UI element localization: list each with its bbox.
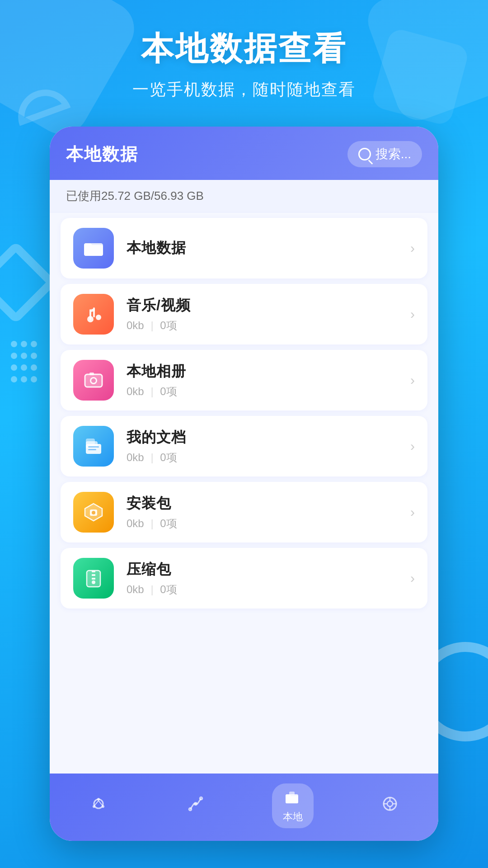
svg-rect-34	[289, 792, 295, 795]
page-title: 本地数据查看	[0, 27, 488, 71]
list-item-photo[interactable]: 本地相册 0kb | 0项 ›	[61, 350, 427, 410]
photo-icon	[73, 360, 114, 401]
folder-icon	[73, 228, 114, 269]
nav-item-tools[interactable]	[169, 795, 223, 817]
svg-rect-5	[89, 309, 91, 320]
list-item-apk[interactable]: 安装包 0kb | 0项 ›	[61, 482, 427, 542]
music-size: 0kb	[127, 319, 144, 331]
nav-item-cloud[interactable]	[363, 795, 417, 817]
item-info-local: 本地数据	[127, 238, 398, 258]
item-name-music: 音乐/视频	[127, 296, 398, 316]
svg-rect-22	[92, 578, 95, 580]
svg-rect-21	[92, 574, 95, 576]
tools-icon	[187, 795, 205, 817]
item-meta-photo: 0kb | 0项	[127, 384, 398, 399]
chevron-docs: ›	[410, 439, 415, 454]
search-button[interactable]: 搜索...	[347, 141, 422, 167]
svg-point-25	[97, 798, 100, 801]
svg-rect-15	[88, 449, 96, 450]
list-item-local[interactable]: 本地数据 ›	[61, 218, 427, 278]
item-info-apk: 安装包 0kb | 0项	[127, 494, 398, 531]
local-icon	[283, 788, 303, 810]
item-info-docs: 我的文档 0kb | 0项	[127, 428, 398, 465]
svg-point-9	[91, 378, 96, 383]
share-icon	[89, 795, 108, 817]
list-container: 本地数据 › 音乐/视频 0kb | 0项	[50, 212, 438, 774]
docs-count: 0项	[160, 451, 177, 463]
header-area: 本地数据查看 一览手机数据，随时随地查看	[0, 27, 488, 101]
list-item-music[interactable]: 音乐/视频 0kb | 0项 ›	[61, 284, 427, 344]
nav-item-share[interactable]	[71, 795, 126, 817]
svg-point-17	[92, 511, 95, 514]
svg-point-3	[96, 315, 101, 320]
nav-item-local[interactable]: 本地	[266, 783, 320, 828]
item-name-local: 本地数据	[127, 238, 398, 258]
item-name-apk: 安装包	[127, 494, 398, 514]
apk-count: 0项	[160, 517, 177, 529]
item-meta-docs: 0kb | 0项	[127, 450, 398, 465]
svg-rect-20	[92, 571, 95, 572]
svg-rect-14	[88, 446, 99, 448]
docs-icon	[73, 426, 114, 467]
chevron-music: ›	[410, 307, 415, 322]
chevron-apk: ›	[410, 505, 415, 520]
svg-rect-10	[89, 373, 94, 375]
apk-icon	[73, 492, 114, 533]
nav-label-local: 本地	[283, 811, 303, 822]
music-count: 0项	[160, 319, 177, 331]
photo-count: 0项	[160, 385, 177, 397]
list-item-zip[interactable]: 压缩包 0kb | 0项 ›	[61, 548, 427, 609]
chevron-zip: ›	[410, 571, 415, 586]
search-icon	[358, 148, 371, 160]
deco-dots-left	[9, 339, 39, 386]
item-name-zip: 压缩包	[127, 560, 398, 580]
chevron-photo: ›	[410, 373, 415, 388]
search-label: 搜索...	[375, 146, 411, 163]
item-meta-zip: 0kb | 0项	[127, 582, 398, 597]
svg-point-36	[387, 801, 393, 807]
item-meta-apk: 0kb | 0项	[127, 516, 398, 531]
svg-point-23	[92, 580, 95, 584]
apk-size: 0kb	[127, 517, 144, 529]
cloud-icon	[381, 795, 399, 817]
storage-label: 已使用25.72 GB/56.93 GB	[66, 189, 204, 203]
app-title: 本地数据	[66, 143, 138, 166]
phone-mockup: 本地数据 搜索... 已使用25.72 GB/56.93 GB 本地数据 ›	[50, 127, 438, 841]
docs-size: 0kb	[127, 451, 144, 463]
zip-icon	[73, 558, 114, 599]
photo-size: 0kb	[127, 385, 144, 397]
item-meta-music: 0kb | 0项	[127, 318, 398, 333]
music-icon	[73, 294, 114, 335]
zip-size: 0kb	[127, 583, 144, 595]
chevron-local: ›	[410, 241, 415, 256]
storage-bar: 已使用25.72 GB/56.93 GB	[50, 180, 438, 212]
zip-count: 0项	[160, 583, 177, 595]
bottom-nav: 本地	[50, 774, 438, 841]
item-name-docs: 我的文档	[127, 428, 398, 448]
nav-active-wrap: 本地	[272, 783, 314, 828]
page-subtitle: 一览手机数据，随时随地查看	[0, 79, 488, 101]
item-info-zip: 压缩包 0kb | 0项	[127, 560, 398, 597]
item-info-music: 音乐/视频 0kb | 0项	[127, 296, 398, 333]
app-header: 本地数据 搜索...	[50, 127, 438, 180]
item-name-photo: 本地相册	[127, 362, 398, 382]
svg-rect-13	[86, 439, 95, 445]
list-item-docs[interactable]: 我的文档 0kb | 0项 ›	[61, 416, 427, 476]
item-info-photo: 本地相册 0kb | 0项	[127, 362, 398, 399]
svg-point-30	[194, 802, 197, 806]
